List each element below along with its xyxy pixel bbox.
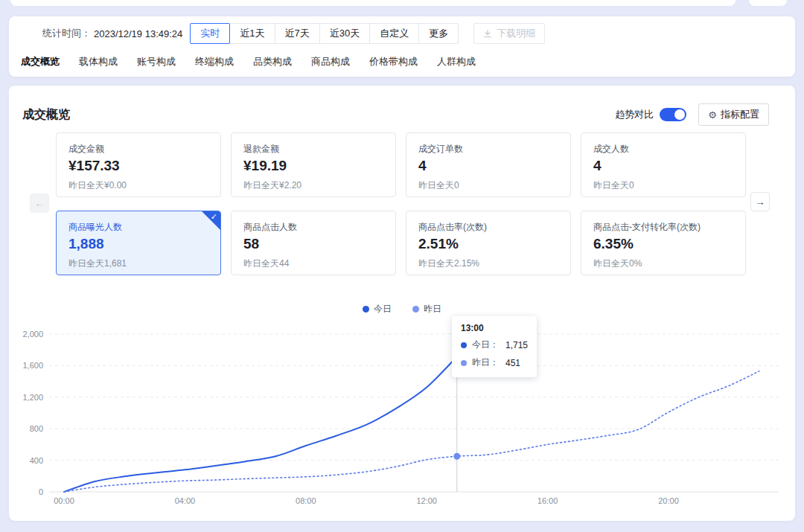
download-label: 下载明细	[497, 27, 535, 40]
top-card-edge-left	[10, 0, 736, 6]
metric-yesterday: 昨日全天0	[593, 179, 733, 192]
metric-value: 6.35%	[593, 236, 733, 252]
metric-yesterday: 昨日全天1,681	[68, 257, 208, 270]
series-line-昨日	[64, 371, 759, 492]
metric-value: ¥157.33	[68, 158, 208, 174]
composition-tabs: 成交概览载体构成账号构成终端构成品类构成商品构成价格带构成人群构成	[21, 55, 795, 68]
range-button-近1天[interactable]: 近1天	[229, 23, 275, 44]
trend-toggle-label: 趋势对比	[615, 108, 654, 121]
metric-card-成交人数[interactable]: 成交人数4昨日全天0	[581, 132, 746, 197]
metric-yesterday: 昨日全天0%	[593, 257, 733, 270]
metric-card-商品曝光人数[interactable]: 商品曝光人数1,888昨日全天1,681✓	[56, 211, 221, 275]
series-line-今日	[64, 356, 457, 492]
range-button-自定义[interactable]: 自定义	[369, 23, 419, 44]
metric-title: 商品点击-支付转化率(次数)	[593, 221, 733, 234]
download-icon	[483, 29, 492, 38]
metric-cards-grid: 成交金额¥157.33昨日全天¥0.00退款金额¥19.19昨日全天¥2.20成…	[56, 132, 746, 275]
tab-商品构成[interactable]: 商品构成	[311, 55, 350, 68]
tab-人群构成[interactable]: 人群构成	[437, 55, 476, 68]
panel-header: 成交概览 趋势对比 ⚙ 指标配置	[9, 86, 795, 126]
tooltip-series-name: 今日：	[472, 339, 499, 351]
tooltip-row-今日: 今日：1,715	[461, 339, 528, 351]
x-axis-tick: 20:00	[658, 496, 679, 505]
metric-title: 商品点击率(次数)	[418, 221, 558, 234]
tooltip-dot-icon	[461, 342, 467, 348]
metric-value: 2.51%	[418, 236, 558, 252]
gear-icon: ⚙	[708, 110, 717, 120]
chart-tooltip: 13:00 今日：1,715昨日：451	[452, 316, 537, 377]
tooltip-dot-icon	[461, 360, 467, 366]
download-detail-button[interactable]: 下载明细	[473, 23, 545, 44]
top-card-edge-right	[749, 0, 787, 6]
metric-yesterday: 昨日全天0	[418, 179, 558, 192]
legend-item-昨日[interactable]: 昨日	[412, 303, 441, 315]
tooltip-time: 13:00	[461, 323, 528, 333]
time-filter-row: 统计时间： 2023/12/19 13:49:24 实时近1天近7天近30天自定…	[42, 23, 795, 44]
metric-title: 退款金额	[243, 143, 383, 156]
overview-panel: 成交概览 趋势对比 ⚙ 指标配置 ← → 成交金额¥157.33昨日全天¥0.0…	[9, 86, 795, 521]
cards-prev-button[interactable]: ←	[30, 193, 49, 213]
config-label: 指标配置	[721, 108, 759, 121]
tab-价格带构成[interactable]: 价格带构成	[369, 55, 418, 68]
metric-card-商品点击人数[interactable]: 商品点击人数58昨日全天44	[231, 211, 396, 275]
trend-chart[interactable]: 04008001,2001,6002,00000:0004:0008:0012:…	[9, 318, 795, 508]
filter-card: 统计时间： 2023/12/19 13:49:24 实时近1天近7天近30天自定…	[9, 16, 795, 77]
legend-item-今日[interactable]: 今日	[363, 303, 392, 315]
chart-legend: 今日昨日	[9, 303, 795, 315]
trend-compare-toggle[interactable]	[660, 108, 686, 121]
metric-value: 58	[243, 236, 383, 252]
legend-label: 今日	[374, 303, 392, 315]
legend-dot-icon	[412, 306, 419, 313]
toggle-knob	[674, 109, 685, 120]
tooltip-value: 1,715	[505, 340, 528, 350]
metric-config-button[interactable]: ⚙ 指标配置	[698, 103, 769, 126]
stat-time-label: 统计时间：	[42, 27, 91, 40]
x-axis-tick: 08:00	[296, 496, 316, 505]
cards-next-button[interactable]: →	[750, 192, 770, 211]
metric-card-商品点击率(次数)[interactable]: 商品点击率(次数)2.51%昨日全天2.15%	[406, 211, 571, 275]
y-axis-tick: 1,200	[22, 393, 43, 402]
tab-品类构成[interactable]: 品类构成	[253, 55, 292, 68]
range-button-更多[interactable]: 更多	[418, 23, 459, 44]
metric-card-成交金额[interactable]: 成交金额¥157.33昨日全天¥0.00	[56, 132, 221, 197]
metric-value: 1,888	[68, 236, 208, 252]
tab-账号构成[interactable]: 账号构成	[137, 55, 176, 68]
tooltip-row-昨日: 昨日：451	[461, 356, 528, 369]
metric-value: ¥19.19	[243, 158, 383, 174]
metric-yesterday: 昨日全天¥0.00	[68, 179, 208, 192]
tooltip-rows: 今日：1,715昨日：451	[461, 339, 528, 369]
y-axis-tick: 1,600	[22, 361, 43, 370]
y-axis-tick: 0	[39, 487, 43, 496]
metric-card-成交订单数[interactable]: 成交订单数4昨日全天0	[406, 132, 571, 197]
legend-label: 昨日	[424, 303, 441, 315]
metric-title: 商品点击人数	[243, 221, 383, 234]
x-axis-tick: 16:00	[537, 496, 558, 505]
metric-title: 商品曝光人数	[68, 221, 208, 234]
panel-title: 成交概览	[22, 107, 70, 123]
metric-yesterday: 昨日全天44	[243, 257, 383, 270]
metric-card-退款金额[interactable]: 退款金额¥19.19昨日全天¥2.20	[231, 132, 396, 197]
x-axis-tick: 04:00	[175, 496, 196, 505]
x-axis-tick: 12:00	[416, 496, 437, 505]
y-axis-tick: 800	[30, 424, 43, 433]
metric-title: 成交金额	[68, 143, 208, 156]
metric-value: 4	[418, 158, 558, 174]
tooltip-value: 451	[505, 358, 520, 368]
tab-载体构成[interactable]: 载体构成	[79, 55, 118, 68]
metric-yesterday: 昨日全天2.15%	[418, 257, 558, 270]
metric-title: 成交订单数	[418, 143, 558, 156]
tab-终端构成[interactable]: 终端构成	[195, 55, 234, 68]
metric-yesterday: 昨日全天¥2.20	[243, 179, 383, 192]
metric-card-商品点击-支付转化率(次数)[interactable]: 商品点击-支付转化率(次数)6.35%昨日全天0%	[581, 211, 746, 275]
range-button-近7天[interactable]: 近7天	[275, 23, 320, 44]
stat-time-value: 2023/12/19 13:49:24	[94, 28, 182, 39]
hover-point-dot	[453, 453, 460, 460]
y-axis-tick: 400	[30, 456, 43, 465]
range-button-实时[interactable]: 实时	[190, 23, 230, 44]
metric-title: 成交人数	[593, 143, 733, 156]
tooltip-series-name: 昨日：	[472, 356, 499, 369]
tab-成交概览[interactable]: 成交概览	[21, 55, 60, 68]
range-button-近30天[interactable]: 近30天	[319, 23, 370, 44]
panel-header-controls: 趋势对比 ⚙ 指标配置	[615, 103, 769, 126]
x-axis-tick: 00:00	[54, 496, 74, 505]
